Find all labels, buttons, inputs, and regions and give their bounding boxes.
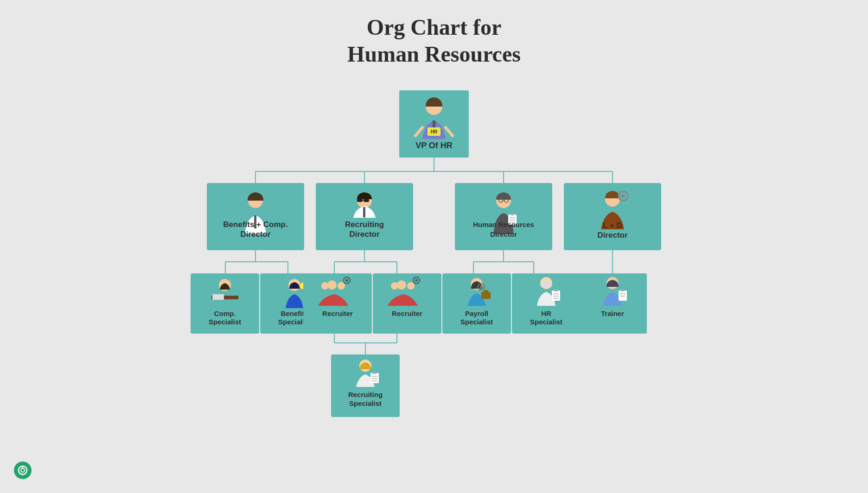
svg-text:Recruiting: Recruiting <box>345 220 384 229</box>
svg-text:HR: HR <box>431 129 438 134</box>
vp-hr-label: VP Of HR <box>415 141 453 150</box>
svg-point-55 <box>621 194 625 198</box>
svg-rect-82 <box>484 290 488 293</box>
svg-text:Comp.: Comp. <box>214 310 236 317</box>
svg-rect-96 <box>619 291 627 301</box>
svg-text:Specialist: Specialist <box>349 399 382 407</box>
svg-rect-102 <box>370 373 379 383</box>
svg-text:Specialist: Specialist <box>209 318 241 326</box>
svg-rect-60 <box>212 294 224 300</box>
org-chart-svg: .node-rect { fill: #5db8b2; rx: 4; } .no… <box>179 86 689 419</box>
svg-point-74 <box>397 280 406 290</box>
refresh-icon <box>18 465 28 475</box>
svg-text:Human Resources: Human Resources <box>473 221 534 228</box>
svg-text:Director: Director <box>490 230 517 238</box>
svg-text:Specialist: Specialist <box>460 318 493 326</box>
svg-text:Director: Director <box>597 231 628 240</box>
svg-point-110 <box>21 468 25 472</box>
svg-rect-36 <box>364 199 369 202</box>
svg-text:Payroll: Payroll <box>465 310 488 317</box>
bottom-button[interactable] <box>14 461 32 479</box>
svg-rect-81 <box>481 292 491 299</box>
svg-point-68 <box>327 280 337 290</box>
svg-text:Recruiting: Recruiting <box>348 391 383 398</box>
svg-rect-35 <box>357 199 363 202</box>
org-chart: .node-rect { fill: #5db8b2; rx: 4; } .no… <box>9 86 859 419</box>
svg-point-72 <box>345 279 348 282</box>
svg-rect-89 <box>554 289 558 291</box>
svg-rect-47 <box>511 213 514 215</box>
svg-text:Recruiter: Recruiter <box>392 310 422 317</box>
svg-point-76 <box>391 282 398 290</box>
svg-text:Director: Director <box>349 230 380 239</box>
svg-text:L + D: L + D <box>603 221 622 230</box>
svg-point-69 <box>338 282 345 290</box>
page-title: Org Chart for Human Resources <box>347 14 521 67</box>
svg-point-78 <box>415 279 418 282</box>
svg-point-70 <box>321 282 329 290</box>
svg-rect-97 <box>621 289 625 291</box>
svg-rect-88 <box>552 291 560 301</box>
svg-rect-103 <box>373 372 377 374</box>
svg-point-84 <box>480 285 483 288</box>
svg-text:Specialist: Specialist <box>530 318 562 326</box>
svg-text:Recruiter: Recruiter <box>322 310 353 317</box>
svg-text:Benefits + Comp.: Benefits + Comp. <box>223 220 287 229</box>
svg-text:Director: Director <box>240 230 271 239</box>
svg-text:HR: HR <box>541 310 551 317</box>
svg-point-75 <box>407 282 415 290</box>
svg-text:Trainer: Trainer <box>601 310 624 317</box>
